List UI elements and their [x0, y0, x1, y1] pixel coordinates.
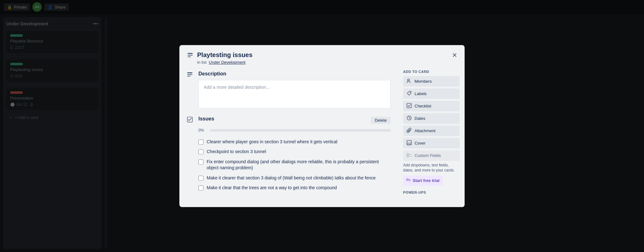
card-icon [187, 52, 193, 60]
modal-title: Playtesting issues [197, 51, 457, 59]
progress-label: 0% [198, 128, 207, 132]
svg-point-8 [410, 92, 410, 93]
checklist-item-text-4: Make it clearer that section 3 dialog of… [207, 175, 376, 181]
checklist-item-3: Fix enter compound dialog (and other dia… [198, 157, 390, 173]
checklist-item-5: Make it clear that the trees are not a w… [198, 183, 390, 193]
checklist-item-text-3: Fix enter compound dialog (and other dia… [207, 159, 390, 171]
start-trial-label: Start free trial [413, 178, 440, 183]
list-link[interactable]: Under Development [209, 60, 246, 65]
cover-icon [406, 140, 412, 146]
attachment-icon [406, 128, 412, 134]
attachment-label: Attachment [415, 128, 435, 133]
checklist-icon-large [187, 117, 195, 193]
modal-header-content: Playtesting issues in list Under Develop… [197, 51, 457, 65]
progress-track [210, 129, 390, 132]
checklist-checkbox-5[interactable] [198, 186, 203, 191]
modal-body: Description Add a more detailed descript… [179, 65, 465, 207]
trial-icon [406, 178, 411, 183]
members-icon [406, 78, 412, 84]
attachment-button[interactable]: Attachment [403, 126, 460, 136]
checklist-icon-btn [406, 103, 412, 109]
checklist-checkbox-4[interactable] [198, 176, 203, 181]
progress-bar-container: 0% [198, 128, 390, 132]
svg-rect-13 [407, 153, 409, 155]
checklist-item-2: Checkpoint to section 3 tunnel [198, 147, 390, 157]
description-title: Description [198, 71, 390, 77]
modal-header: Playtesting issues in list Under Develop… [179, 45, 465, 65]
svg-rect-17 [407, 179, 408, 180]
svg-rect-3 [187, 72, 192, 73]
checklist-label: Checklist [415, 104, 431, 108]
members-label: Members [415, 79, 432, 84]
labels-button[interactable]: Labels [403, 88, 460, 99]
modal-sidebar: Add to card Members [398, 65, 465, 207]
start-trial-button[interactable]: Start free trial [403, 176, 443, 185]
checklist-item-4: Make it clearer that section 3 dialog of… [198, 173, 390, 183]
dates-button[interactable]: Dates [403, 113, 460, 124]
svg-rect-2 [188, 56, 191, 57]
checklist-section: Issues Delete 0% Clearer where player go… [187, 116, 390, 193]
checklist-item-1: Clearer where player goes in section 3 t… [198, 137, 390, 147]
description-input[interactable]: Add a more detailed description... [198, 80, 390, 108]
svg-rect-0 [188, 53, 193, 54]
delete-checklist-button[interactable]: Delete [371, 117, 390, 124]
description-icon-large [187, 72, 195, 108]
custom-fields-button[interactable]: Custom Fields [403, 150, 460, 161]
labels-label: Labels [415, 91, 427, 96]
modal-subtitle: in list Under Development [197, 60, 457, 65]
modal-main-content: Description Add a more detailed descript… [179, 65, 398, 207]
checklist-content: Issues Delete 0% Clearer where player go… [198, 116, 390, 193]
checklist-title: Issues [198, 116, 214, 122]
checklist-checkbox-3[interactable] [198, 159, 203, 165]
power-ups-title: Power-Ups [403, 191, 460, 194]
checklist-checkbox-1[interactable] [198, 139, 203, 145]
in-list-label: in list [197, 60, 207, 65]
checklist-button[interactable]: Checklist [403, 101, 460, 111]
checklist-item-text-5: Make it clear that the trees are not a w… [207, 185, 337, 191]
card-detail-modal: Playtesting issues in list Under Develop… [179, 45, 465, 207]
custom-fields-label: Custom Fields [415, 153, 441, 158]
description-section: Description Add a more detailed descript… [187, 71, 390, 108]
svg-rect-5 [187, 76, 190, 76]
custom-fields-icon [406, 152, 412, 158]
add-to-card-title: Add to card [403, 70, 460, 74]
cover-label: Cover [415, 141, 426, 145]
svg-rect-12 [407, 142, 411, 145]
description-placeholder: Add a more detailed description... [204, 85, 270, 90]
modal-close-button[interactable]: ✕ [449, 50, 460, 60]
checklist-item-text-2: Checkpoint to section 3 tunnel [207, 149, 266, 155]
svg-rect-1 [188, 55, 193, 55]
checklist-item-text-1: Clearer where player goes in section 3 t… [207, 139, 337, 145]
svg-point-7 [408, 79, 409, 81]
checklist-header: Issues Delete [198, 116, 390, 125]
svg-rect-14 [407, 155, 409, 157]
cover-button[interactable]: Cover [403, 138, 460, 148]
svg-rect-9 [407, 103, 411, 108]
dates-label: Dates [415, 116, 425, 121]
description-content: Description Add a more detailed descript… [198, 71, 390, 108]
svg-rect-4 [187, 74, 192, 75]
custom-fields-description: Add dropdowns, text fields, dates, and m… [403, 163, 460, 173]
members-button[interactable]: Members [403, 76, 460, 87]
checklist-checkbox-2[interactable] [198, 149, 203, 154]
dates-icon [406, 115, 412, 121]
labels-icon [406, 91, 412, 97]
